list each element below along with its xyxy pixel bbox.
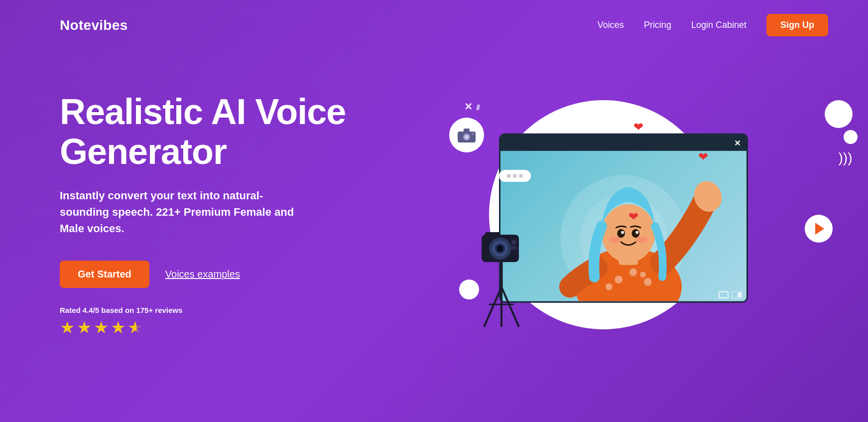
nav: Voices Pricing Login Cabinet Sign Up — [598, 14, 828, 36]
rating-text: Rated 4.4/5 based on 175+ reviews — [60, 306, 349, 314]
main-content: Realistic AI Voice Generator Instantly c… — [0, 50, 868, 379]
video-titlebar: ✕ — [500, 135, 746, 151]
chat-dot-3 — [519, 174, 523, 178]
nav-login[interactable]: Login Cabinet — [691, 20, 746, 30]
small-circle-3 — [844, 130, 858, 144]
heart-2: ❤ — [698, 150, 708, 164]
star-half: ★ — [127, 317, 142, 337]
chat-dot-1 — [507, 174, 511, 178]
svg-rect-25 — [485, 232, 500, 238]
svg-point-18 — [621, 231, 624, 234]
signup-button[interactable]: Sign Up — [766, 14, 828, 36]
star-2: ★ — [77, 317, 92, 337]
svg-line-33 — [484, 287, 501, 327]
wifi-icon: ))) — [839, 150, 853, 166]
get-started-button[interactable]: Get Started — [60, 261, 149, 288]
svg-rect-4 — [472, 133, 474, 135]
page-wrapper: Notevibes Voices Pricing Login Cabinet S… — [0, 0, 868, 422]
play-button-float[interactable] — [805, 215, 833, 243]
video-icon-2 — [732, 291, 742, 298]
video-window: ✕ — [499, 134, 748, 303]
svg-point-13 — [640, 272, 646, 278]
svg-point-17 — [631, 229, 639, 238]
x-marks-decoration: ✕ /// — [464, 98, 479, 114]
svg-rect-3 — [464, 129, 470, 133]
stars: ★ ★ ★ ★ ★ — [60, 317, 349, 337]
close-icon[interactable]: ✕ — [734, 138, 741, 147]
svg-point-29 — [497, 246, 503, 252]
svg-point-2 — [465, 135, 469, 139]
cta-buttons: Get Started Voices examples — [60, 261, 349, 288]
logo: Notevibes — [60, 17, 128, 33]
svg-line-35 — [501, 287, 519, 327]
star-1: ★ — [60, 317, 75, 337]
camera-tripod — [474, 230, 529, 329]
svg-point-21 — [636, 236, 647, 243]
svg-point-19 — [635, 231, 638, 234]
right-section: ✕ /// ❤ ❤ ❤ — [378, 70, 828, 359]
heart-1: ❤ — [633, 120, 643, 134]
nav-voices[interactable]: Voices — [598, 20, 624, 30]
svg-marker-23 — [739, 291, 742, 298]
video-controls — [714, 288, 746, 301]
camera-float-icon — [449, 118, 484, 152]
star-4: ★ — [111, 317, 125, 337]
voices-examples-link[interactable]: Voices examples — [165, 269, 240, 280]
svg-rect-22 — [732, 291, 738, 298]
svg-point-16 — [617, 229, 625, 238]
svg-point-12 — [605, 283, 612, 290]
play-triangle-icon — [815, 223, 824, 235]
heart-3: ❤ — [628, 210, 638, 224]
star-3: ★ — [94, 317, 109, 337]
nav-pricing[interactable]: Pricing — [644, 20, 671, 30]
svg-point-9 — [615, 276, 622, 283]
svg-point-11 — [643, 278, 651, 286]
svg-point-20 — [609, 236, 620, 243]
chat-bubble-float — [499, 170, 531, 182]
hero-title: Realistic AI Voice Generator — [60, 92, 349, 171]
svg-rect-31 — [510, 246, 517, 250]
video-icon-1 — [719, 291, 729, 298]
svg-point-30 — [511, 240, 516, 245]
header: Notevibes Voices Pricing Login Cabinet S… — [0, 0, 868, 50]
svg-point-10 — [629, 269, 637, 277]
small-circle-2 — [825, 100, 853, 128]
video-content — [500, 151, 746, 301]
left-section: Realistic AI Voice Generator Instantly c… — [60, 92, 349, 337]
rating-section: Rated 4.4/5 based on 175+ reviews ★ ★ ★ … — [60, 306, 349, 337]
hero-subtitle: Instantly convert your text into natural… — [60, 187, 299, 237]
chat-dot-2 — [513, 174, 517, 178]
